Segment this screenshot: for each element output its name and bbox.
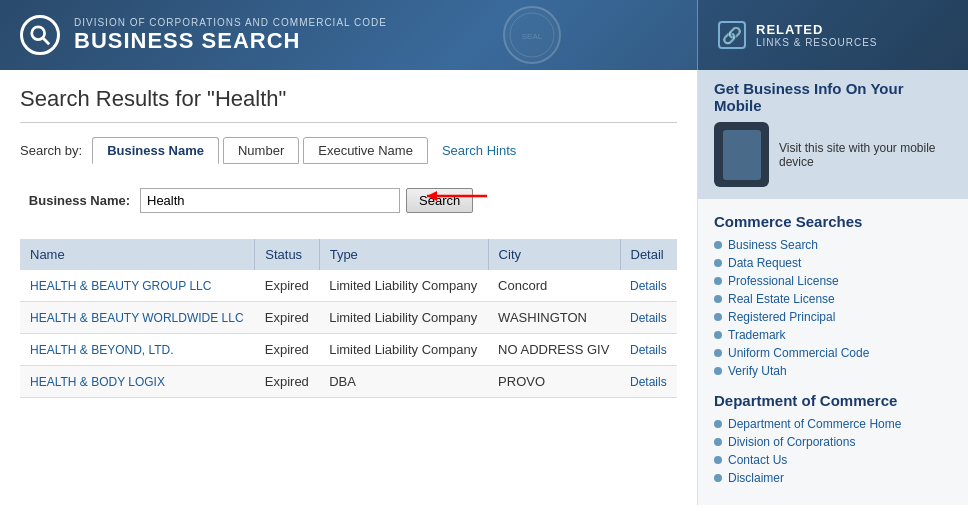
col-name: Name <box>20 239 255 270</box>
cell-detail: Details <box>620 270 677 302</box>
list-item: Disclaimer <box>714 471 952 485</box>
table-body: HEALTH & BEAUTY GROUP LLC Expired Limite… <box>20 270 677 398</box>
dept-link[interactable]: Department of Commerce Home <box>728 417 901 431</box>
table-header: Name Status Type City Detail <box>20 239 677 270</box>
header-title: Business Search <box>74 28 387 54</box>
cell-name: HEALTH & BEYOND, LTD. <box>20 334 255 366</box>
bullet-icon <box>714 277 722 285</box>
cell-type: DBA <box>319 366 488 398</box>
header: Division of Corporations and Commercial … <box>0 0 968 70</box>
svg-line-1 <box>43 38 49 44</box>
cell-name: HEALTH & BEAUTY GROUP LLC <box>20 270 255 302</box>
tab-business-name[interactable]: Business Name <box>92 137 219 164</box>
name-link[interactable]: HEALTH & BODY LOGIX <box>30 375 165 389</box>
cell-type: Limited Liability Company <box>319 302 488 334</box>
list-item: Uniform Commercial Code <box>714 346 952 360</box>
commerce-link[interactable]: Trademark <box>728 328 786 342</box>
svg-point-0 <box>32 27 45 40</box>
cell-detail: Details <box>620 302 677 334</box>
dept-link[interactable]: Division of Corporations <box>728 435 855 449</box>
page-title: Search Results for "Health" <box>20 86 677 123</box>
bullet-icon <box>714 438 722 446</box>
bullet-icon <box>714 295 722 303</box>
commerce-link[interactable]: Uniform Commercial Code <box>728 346 869 360</box>
search-input[interactable] <box>140 188 400 213</box>
list-item: Data Request <box>714 256 952 270</box>
related-title: RELATED <box>756 22 877 37</box>
cell-type: Limited Liability Company <box>319 270 488 302</box>
header-related: RELATED LINKS & RESOURCES <box>756 22 877 48</box>
mobile-title: Get Business Info On Your Mobile <box>714 80 952 114</box>
mobile-content: Visit this site with your mobile device <box>714 122 952 187</box>
search-form-row: Business Name: Search <box>20 178 677 223</box>
commerce-link[interactable]: Data Request <box>728 256 801 270</box>
mobile-phone-image <box>714 122 769 187</box>
list-item: Department of Commerce Home <box>714 417 952 431</box>
commerce-links: Business SearchData RequestProfessional … <box>714 238 952 378</box>
col-detail: Detail <box>620 239 677 270</box>
cell-status: Expired <box>255 270 319 302</box>
dept-link[interactable]: Contact Us <box>728 453 787 467</box>
tab-number[interactable]: Number <box>223 137 299 164</box>
tab-executive-name[interactable]: Executive Name <box>303 137 428 164</box>
list-item: Business Search <box>714 238 952 252</box>
commerce-link[interactable]: Real Estate License <box>728 292 835 306</box>
tab-search-hints[interactable]: Search Hints <box>432 138 526 163</box>
cell-status: Expired <box>255 302 319 334</box>
commerce-link[interactable]: Registered Principal <box>728 310 835 324</box>
bullet-icon <box>714 349 722 357</box>
cell-city: Concord <box>488 270 620 302</box>
cell-city: PROVO <box>488 366 620 398</box>
cell-name: HEALTH & BEAUTY WORLDWIDE LLC <box>20 302 255 334</box>
state-seal: SEAL <box>497 0 567 70</box>
header-subtitle: Division of Corporations and Commercial … <box>74 17 387 28</box>
bullet-icon <box>714 420 722 428</box>
cell-type: Limited Liability Company <box>319 334 488 366</box>
name-link[interactable]: HEALTH & BEYOND, LTD. <box>30 343 174 357</box>
content-area: Search Results for "Health" Search by: B… <box>0 70 698 505</box>
name-link[interactable]: HEALTH & BEAUTY GROUP LLC <box>30 279 211 293</box>
svg-marker-6 <box>427 191 437 201</box>
dept-links: Department of Commerce HomeDivision of C… <box>714 417 952 485</box>
list-item: Registered Principal <box>714 310 952 324</box>
cell-detail: Details <box>620 366 677 398</box>
mobile-section: Get Business Info On Your Mobile Visit t… <box>698 70 968 199</box>
sidebar: Get Business Info On Your Mobile Visit t… <box>698 70 968 505</box>
name-link[interactable]: HEALTH & BEAUTY WORLDWIDE LLC <box>30 311 244 325</box>
results-table: Name Status Type City Detail HEALTH & BE… <box>20 239 677 398</box>
detail-link[interactable]: Details <box>630 375 667 389</box>
commerce-section-title: Commerce Searches <box>714 213 952 230</box>
table-row: HEALTH & BODY LOGIX Expired DBA PROVO De… <box>20 366 677 398</box>
bullet-icon <box>714 456 722 464</box>
table-row: HEALTH & BEYOND, LTD. Expired Limited Li… <box>20 334 677 366</box>
bullet-icon <box>714 367 722 375</box>
bullet-icon <box>714 313 722 321</box>
commerce-link[interactable]: Professional License <box>728 274 839 288</box>
detail-link[interactable]: Details <box>630 311 667 325</box>
list-item: Division of Corporations <box>714 435 952 449</box>
commerce-link[interactable]: Business Search <box>728 238 818 252</box>
list-item: Contact Us <box>714 453 952 467</box>
dept-section-title: Department of Commerce <box>714 392 952 409</box>
dept-link[interactable]: Disclaimer <box>728 471 784 485</box>
cell-city: NO ADDRESS GIV <box>488 334 620 366</box>
detail-link[interactable]: Details <box>630 343 667 357</box>
detail-link[interactable]: Details <box>630 279 667 293</box>
bullet-icon <box>714 241 722 249</box>
cell-city: WASHINGTON <box>488 302 620 334</box>
list-item: Professional License <box>714 274 952 288</box>
bullet-icon <box>714 474 722 482</box>
list-item: Verify Utah <box>714 364 952 378</box>
commerce-link[interactable]: Verify Utah <box>728 364 787 378</box>
col-city: City <box>488 239 620 270</box>
svg-text:SEAL: SEAL <box>522 32 543 41</box>
search-by-label: Search by: <box>20 143 82 158</box>
bullet-icon <box>714 331 722 339</box>
search-field-label: Business Name: <box>20 193 130 208</box>
bullet-icon <box>714 259 722 267</box>
list-item: Trademark <box>714 328 952 342</box>
link-icon: 🔗 <box>718 21 746 49</box>
main-layout: Search Results for "Health" Search by: B… <box>0 70 968 505</box>
mobile-text: Visit this site with your mobile device <box>779 141 952 169</box>
table-row: HEALTH & BEAUTY WORLDWIDE LLC Expired Li… <box>20 302 677 334</box>
